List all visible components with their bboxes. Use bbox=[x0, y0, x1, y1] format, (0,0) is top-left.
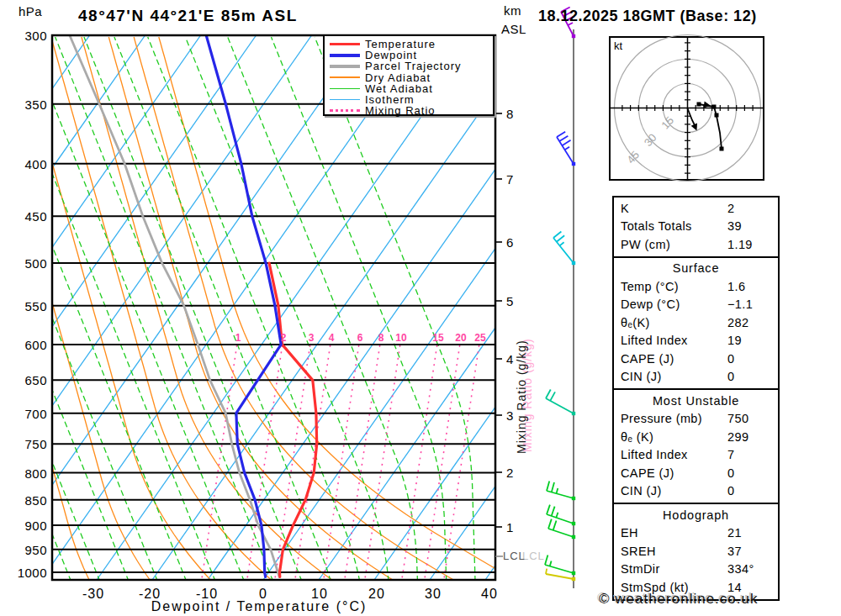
table-row-label: SREH bbox=[614, 545, 727, 558]
table-section-header: Most Unstable bbox=[614, 392, 778, 410]
legend-swatch-solid bbox=[330, 54, 360, 57]
legend-swatch-solid bbox=[330, 99, 360, 101]
km-axis bbox=[495, 113, 503, 556]
table-section: HodographEH21SREH37StmDir334°StmSpd (kt)… bbox=[614, 504, 778, 599]
legend-swatch-solid bbox=[330, 65, 360, 68]
table-row: K2 bbox=[614, 199, 778, 218]
wind-barb-anchor-dot bbox=[572, 577, 575, 581]
isotherm-line bbox=[41, 35, 423, 580]
plot-border bbox=[52, 35, 495, 580]
legend-item: Mixing Ratio bbox=[330, 105, 493, 116]
legend-swatch-dotted bbox=[330, 109, 360, 112]
pressure-tick-label: 500 bbox=[15, 256, 47, 271]
table-row: Temp (°C)1.6 bbox=[614, 277, 778, 296]
pressure-tick-label: 650 bbox=[15, 373, 47, 387]
table-row-value: 1.6 bbox=[727, 280, 778, 293]
table-row-value: 37 bbox=[727, 545, 778, 558]
pressure-axis-unit: hPa bbox=[19, 4, 42, 18]
table-row-value: 21 bbox=[727, 526, 778, 540]
table-row-label: CAPE (J) bbox=[614, 352, 727, 366]
wind-barb bbox=[553, 232, 575, 266]
pressure-tick-label: 1000 bbox=[15, 566, 47, 580]
pressure-tick-label: 300 bbox=[15, 29, 47, 43]
table-row: CIN (J)0 bbox=[614, 368, 778, 387]
table-row-value: 334° bbox=[727, 562, 778, 576]
wind-barb bbox=[546, 389, 575, 415]
table-row-value: 750 bbox=[727, 412, 778, 425]
pressure-tick-label: 900 bbox=[15, 519, 47, 533]
table-section: Most UnstablePressure (mb)750θₑ (K)299Li… bbox=[614, 390, 778, 504]
table-row-label: Temp (°C) bbox=[614, 280, 727, 293]
table-row-label: θₑ (K) bbox=[614, 430, 727, 444]
table-row-value: 0 bbox=[727, 370, 778, 383]
mixing-ratio-axis-label: Mixing Ratio (g/kg) bbox=[515, 340, 528, 454]
wind-barb bbox=[547, 481, 575, 500]
mixing-ratio-value-label: 15 bbox=[427, 332, 449, 344]
pressure-tick-label: 550 bbox=[15, 299, 47, 313]
temp-tick-label: 20 bbox=[358, 587, 395, 602]
table-row-value: 299 bbox=[727, 430, 778, 444]
temp-tick-label: 30 bbox=[415, 587, 452, 602]
table-row-label: EH bbox=[614, 526, 727, 540]
chart-legend: TemperatureDewpointParcel TrajectoryDry … bbox=[323, 34, 495, 116]
table-row-label: Lifted Index bbox=[614, 334, 727, 347]
wind-barb-anchor-dot bbox=[572, 535, 575, 539]
legend-label: Dewpoint bbox=[365, 50, 417, 61]
hodograph-trace-marker bbox=[715, 113, 719, 118]
mixing-ratio-value-label: 6 bbox=[349, 332, 371, 344]
mixing-ratio-value-label: 3 bbox=[300, 332, 322, 344]
legend-label: Mixing Ratio bbox=[365, 105, 436, 116]
table-row-value: 1.19 bbox=[727, 238, 778, 251]
pressure-tick-label: 600 bbox=[15, 338, 47, 352]
mixing-ratio-value-label: 25 bbox=[469, 332, 491, 344]
pressure-tick-label: 950 bbox=[15, 543, 47, 557]
pressure-tick-label: 350 bbox=[15, 97, 47, 112]
table-row-label: CIN (J) bbox=[614, 484, 727, 498]
wind-barb-anchor-dot bbox=[572, 162, 575, 166]
table-row-value: 39 bbox=[727, 219, 778, 233]
table-row-value: 0 bbox=[727, 466, 778, 480]
wind-barb-column bbox=[545, 7, 575, 588]
table-row-value: 7 bbox=[727, 448, 778, 461]
table-row: Totals Totals39 bbox=[614, 218, 778, 236]
mixing-ratio-value-label: 8 bbox=[370, 332, 392, 344]
km-tick-label: 4 bbox=[506, 352, 513, 366]
table-row-value: 0 bbox=[727, 484, 778, 498]
table-row: Dewp (°C)−1.1 bbox=[614, 296, 778, 314]
table-row: StmDir334° bbox=[614, 561, 778, 579]
page-title: 48°47'N 44°21'E 85m ASL bbox=[78, 7, 298, 25]
copyright-text: © weatheronline.co.uk bbox=[599, 591, 758, 608]
lcl-marker-ghost: LCL bbox=[522, 550, 545, 562]
table-section-header: Hodograph bbox=[614, 506, 778, 524]
km-tick-label: 2 bbox=[506, 466, 513, 480]
legend-item: Dry Adiabat bbox=[330, 72, 493, 83]
legend-item: Wet Adiabat bbox=[330, 83, 493, 94]
table-row: CIN (J)0 bbox=[614, 482, 778, 501]
legend-swatch-solid bbox=[330, 88, 360, 90]
legend-label: Wet Adiabat bbox=[365, 83, 433, 94]
table-row-label: Totals Totals bbox=[614, 219, 727, 233]
temp-tick-label: -30 bbox=[75, 587, 112, 602]
table-row-label: Dewp (°C) bbox=[614, 297, 727, 311]
sounding-indices-table: K2Totals Totals39PW (cm)1.19SurfaceTemp … bbox=[612, 196, 780, 601]
wind-barb-anchor-dot bbox=[572, 412, 575, 415]
table-row: SREH37 bbox=[614, 542, 778, 561]
table-row-label: CIN (J) bbox=[614, 370, 727, 383]
table-row: PW (cm)1.19 bbox=[614, 235, 778, 254]
mixing-ratio-value-label: 10 bbox=[390, 332, 412, 344]
table-section: K2Totals Totals39PW (cm)1.19 bbox=[614, 197, 778, 258]
legend-label: Isotherm bbox=[365, 94, 415, 105]
hodograph-unit-label: kt bbox=[614, 39, 622, 52]
table-row: Pressure (mb)750 bbox=[614, 410, 778, 429]
table-row-value: 19 bbox=[727, 334, 778, 347]
table-row-label: Lifted Index bbox=[614, 448, 727, 461]
legend-item: Isotherm bbox=[330, 94, 493, 105]
wet-adiabat-line bbox=[0, 37, 13, 582]
wind-barb-anchor-dot bbox=[572, 522, 575, 525]
mixing-ratio-value-label: 2 bbox=[272, 332, 294, 344]
wind-barb-anchor-dot bbox=[572, 571, 575, 575]
km-tick-label: 8 bbox=[506, 107, 513, 121]
legend-label: Parcel Trajectory bbox=[365, 61, 462, 71]
temp-tick-label: 0 bbox=[245, 587, 282, 602]
hodograph: 153045 bbox=[610, 35, 764, 182]
